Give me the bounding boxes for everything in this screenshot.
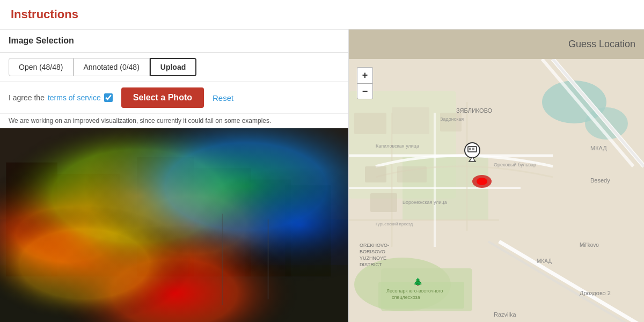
svg-rect-39	[365, 166, 386, 182]
svg-point-63	[477, 178, 487, 185]
header: Instructions	[0, 0, 644, 30]
reset-button[interactable]: Reset	[213, 93, 233, 103]
page-title: Instructions	[11, 8, 78, 21]
svg-text:OREKHOVO-: OREKHOVO-	[360, 243, 389, 248]
svg-rect-38	[440, 113, 462, 131]
svg-text:спецлесхоза: спецлесхоза	[392, 295, 420, 300]
map-svg: ЗЯБЛИКОВО Задонская Капиловская улица Во…	[349, 59, 644, 322]
svg-text:Дроздово 2: Дроздово 2	[580, 290, 611, 296]
svg-text:Задонская: Задонская	[440, 116, 464, 122]
main-layout: Image Selection Open (48/48) Annotated (…	[0, 30, 644, 322]
panel-header: Image Selection	[0, 30, 348, 53]
notice-text: We are working on an improved visualizat…	[0, 114, 348, 128]
svg-text:BORISOVO: BORISOVO	[360, 249, 385, 254]
map-title: Guess Location	[568, 39, 635, 50]
image-area	[0, 128, 348, 322]
agree-label[interactable]: I agree the terms of service	[9, 93, 113, 102]
action-row: I agree the terms of service Select a Ph…	[0, 82, 348, 114]
svg-rect-40	[397, 166, 427, 182]
svg-rect-37	[392, 107, 429, 134]
select-photo-button[interactable]: Select a Photo	[121, 87, 204, 108]
tabs-row: Open (48/48) Annotated (0/48) Upload	[0, 53, 348, 82]
map-area[interactable]: + −	[349, 59, 644, 322]
tab-open[interactable]: Open (48/48)	[9, 58, 74, 76]
svg-rect-36	[354, 113, 386, 134]
terms-link[interactable]: terms of service	[48, 93, 101, 102]
svg-text:Капиловская улица: Капиловская улица	[376, 143, 419, 149]
zoom-in-button[interactable]: +	[357, 67, 373, 83]
tab-upload[interactable]: Upload	[150, 58, 196, 76]
svg-text:YUZHNOYE: YUZHNOYE	[360, 255, 386, 261]
svg-rect-67	[469, 148, 471, 150]
svg-text:DISTRICT: DISTRICT	[360, 262, 382, 267]
svg-text:МКАД: МКАД	[590, 145, 607, 151]
agree-checkbox[interactable]	[104, 93, 113, 102]
svg-text:Razvilka: Razvilka	[494, 311, 516, 318]
left-panel: Image Selection Open (48/48) Annotated (…	[0, 30, 349, 322]
heatmap-visualization	[0, 128, 348, 322]
svg-text:Mil'kovo: Mil'kovo	[580, 242, 599, 248]
map-zoom-controls: + −	[357, 67, 373, 99]
svg-rect-68	[472, 148, 474, 150]
svg-rect-41	[370, 193, 397, 212]
svg-rect-15	[0, 128, 348, 322]
zoom-out-button[interactable]: −	[357, 83, 373, 99]
agree-text: I agree the	[9, 93, 45, 102]
tab-annotated[interactable]: Annotated (0/48)	[74, 58, 150, 76]
svg-text:Ореховый бульвар: Ореховый бульвар	[494, 162, 536, 167]
right-panel: Guess Location + −	[349, 30, 644, 322]
svg-text:МКАД: МКАД	[537, 258, 552, 264]
svg-text:🌲: 🌲	[413, 277, 423, 287]
svg-text:Гурьевский проезд: Гурьевский проезд	[376, 222, 413, 226]
svg-text:Besedy: Besedy	[590, 177, 610, 184]
svg-text:ЗЯБЛИКОВО: ЗЯБЛИКОВО	[456, 107, 493, 114]
svg-text:Лесопарк юго-восточного: Лесопарк юго-восточного	[386, 288, 443, 294]
map-header: Guess Location	[349, 30, 644, 59]
svg-text:Воронежская улица: Воронежская улица	[402, 200, 447, 205]
